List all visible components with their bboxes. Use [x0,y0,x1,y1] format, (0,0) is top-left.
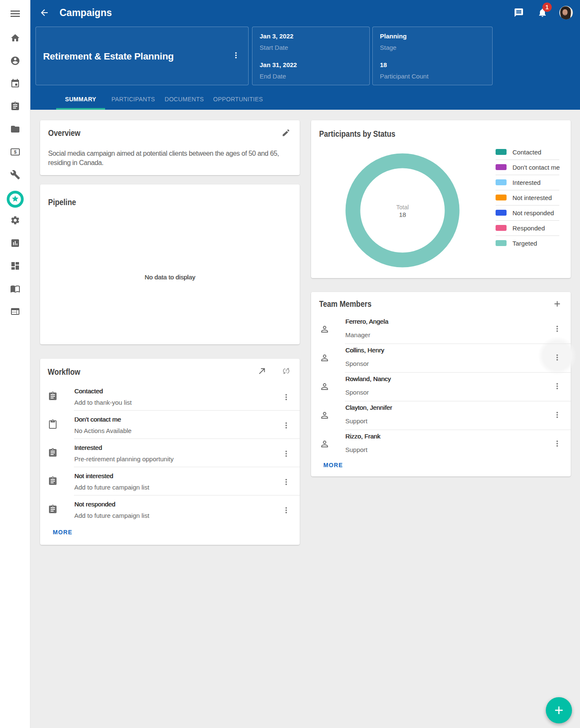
svg-text:$: $ [14,149,16,154]
